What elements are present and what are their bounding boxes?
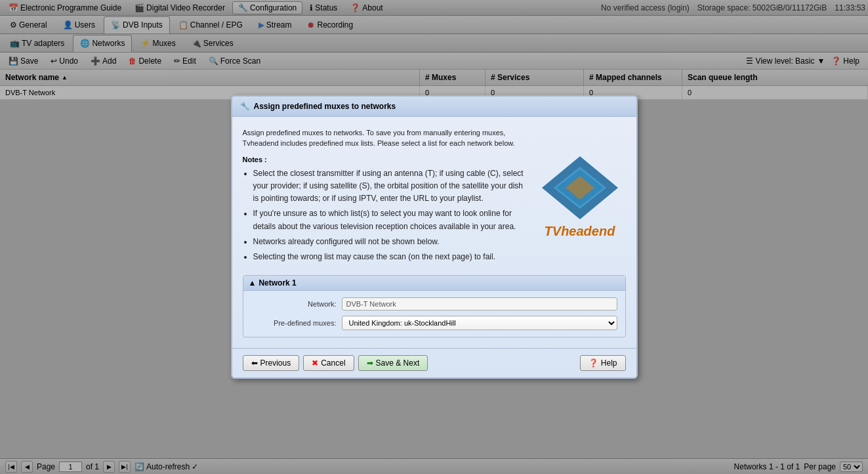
modal-notes-list: Select the closest transmitter if using … <box>243 167 526 263</box>
modal-footer-right: ❓ Help <box>580 355 626 371</box>
logo-svg <box>541 155 619 221</box>
save-next-button[interactable]: ➡ Save & Next <box>358 355 428 371</box>
network-field-row: Network: <box>251 297 617 311</box>
tvheadend-logo-text: TVheadend <box>541 224 619 239</box>
cancel-icon: ✖ <box>312 358 318 368</box>
predefined-muxes-select[interactable]: United Kingdom: uk-StocklandHill <box>342 316 617 330</box>
network-fields: Network: Pre-defined muxes: United Kingd… <box>243 291 625 337</box>
network-label: Network: <box>251 300 337 308</box>
tvheadend-logo: TVheadend <box>541 155 619 239</box>
note-item-3: Networks already configured will not be … <box>253 236 526 248</box>
modal-notes-title: Notes : <box>243 156 526 163</box>
assign-muxes-modal: 🔧 Assign predefined muxes to networks As… <box>231 95 638 379</box>
predefined-field-row: Pre-defined muxes: United Kingdom: uk-St… <box>251 316 617 330</box>
previous-button[interactable]: ⬅ Previous <box>243 355 300 371</box>
modal-title-icon: 🔧 <box>240 102 250 111</box>
modal-text-col: Assign predefined muxes to networks. To … <box>243 127 526 266</box>
modal-help-icon: ❓ <box>589 358 598 368</box>
modal-body: Assign predefined muxes to networks. To … <box>232 117 636 348</box>
modal-description: Assign predefined muxes to networks. To … <box>243 127 526 149</box>
modal-title-text: Assign predefined muxes to networks <box>254 102 396 111</box>
network-section-title: ▲ Network 1 <box>243 276 625 291</box>
predefined-label: Pre-defined muxes: <box>251 319 337 327</box>
modal-title-bar: 🔧 Assign predefined muxes to networks <box>232 97 636 117</box>
note-item-4: Selecting the wrong list may cause the s… <box>253 251 526 263</box>
network-section: ▲ Network 1 Network: Pre-defined muxes: … <box>243 275 626 337</box>
save-next-icon: ➡ <box>367 358 373 368</box>
previous-icon: ⬅ <box>251 358 258 368</box>
collapse-icon[interactable]: ▲ <box>249 278 257 288</box>
modal-content-row: Assign predefined muxes to networks. To … <box>243 127 626 266</box>
note-item-1: Select the closest transmitter if using … <box>253 167 526 205</box>
modal-logo-col: TVheadend <box>534 127 626 266</box>
network-value-input[interactable] <box>342 297 617 311</box>
note-item-2: If you're unsure as to which list(s) to … <box>253 207 526 232</box>
modal-footer: ⬅ Previous ✖ Cancel ➡ Save & Next ❓ Help <box>232 348 636 377</box>
cancel-button[interactable]: ✖ Cancel <box>303 355 354 371</box>
modal-overlay: 🔧 Assign predefined muxes to networks As… <box>0 0 868 474</box>
modal-help-button[interactable]: ❓ Help <box>580 355 626 371</box>
